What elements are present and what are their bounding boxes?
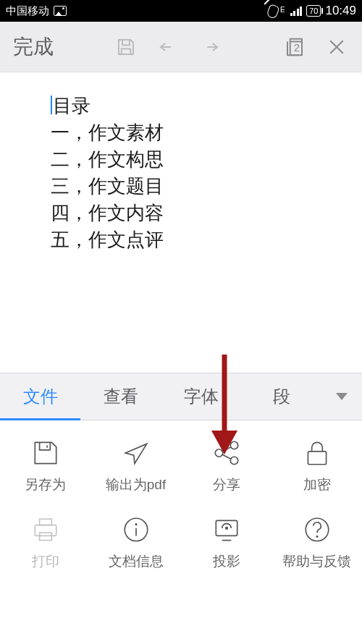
doc-line: 四，作文内容 <box>51 200 348 226</box>
svg-point-19 <box>316 535 318 538</box>
svg-point-18 <box>306 518 329 541</box>
project-label: 投影 <box>213 552 240 571</box>
carrier-label: 中国移动 <box>6 4 49 18</box>
clock: 10:49 <box>325 4 356 18</box>
redo-icon[interactable] <box>189 26 231 68</box>
doc-line: 三，作文题目 <box>51 173 348 200</box>
gallery-icon <box>54 6 67 16</box>
action-panel: 另存为 输出为pdf 分享 加密 打印 文档信息 投影 帮助与反馈 <box>0 420 362 644</box>
text-cursor <box>51 96 52 114</box>
tab-file[interactable]: 文件 <box>0 373 80 420</box>
svg-text:2: 2 <box>294 41 300 54</box>
signal-icon <box>290 7 303 16</box>
share-label: 分享 <box>213 475 240 494</box>
print-button[interactable]: 打印 <box>0 514 90 571</box>
tab-paragraph[interactable]: 段 <box>241 373 321 420</box>
svg-marker-4 <box>336 393 348 400</box>
svg-rect-11 <box>39 533 51 541</box>
app-toolbar: 完成 2 <box>0 22 362 72</box>
svg-point-16 <box>224 527 227 530</box>
status-bar: 中国移动 E 70 10:49 <box>0 0 362 22</box>
export-pdf-label: 输出为pdf <box>106 475 166 494</box>
undo-icon[interactable] <box>147 26 189 68</box>
svg-point-6 <box>215 449 223 457</box>
svg-rect-8 <box>308 452 326 465</box>
doc-info-button[interactable]: 文档信息 <box>90 514 181 571</box>
save-as-button[interactable]: 另存为 <box>0 438 90 494</box>
close-icon[interactable] <box>316 26 358 68</box>
save-icon[interactable] <box>105 26 147 68</box>
pages-icon[interactable]: 2 <box>274 26 316 68</box>
done-button[interactable]: 完成 <box>4 33 62 61</box>
doc-line: 一，作文素材 <box>51 119 348 146</box>
project-button[interactable]: 投影 <box>181 514 272 571</box>
doc-title: 目录 <box>51 93 348 119</box>
vibrate-off-icon <box>265 6 276 17</box>
help-button[interactable]: 帮助与反馈 <box>272 514 362 571</box>
svg-rect-10 <box>39 519 51 525</box>
save-as-label: 另存为 <box>25 475 66 494</box>
export-pdf-button[interactable]: 输出为pdf <box>90 438 181 494</box>
doc-line: 二，作文构思 <box>51 146 348 173</box>
tab-view[interactable]: 查看 <box>80 373 161 420</box>
svg-rect-9 <box>35 525 56 536</box>
battery-icon: 70 <box>306 5 321 17</box>
tab-font[interactable]: 字体 <box>161 373 241 420</box>
network-type: E <box>280 6 285 14</box>
svg-point-7 <box>230 457 238 465</box>
help-label: 帮助与反馈 <box>282 552 351 571</box>
doc-info-label: 文档信息 <box>109 552 164 571</box>
svg-point-5 <box>230 441 238 449</box>
doc-line: 五，作文点评 <box>51 226 348 253</box>
share-button[interactable]: 分享 <box>181 438 272 494</box>
svg-point-14 <box>135 523 137 525</box>
encrypt-button[interactable]: 加密 <box>272 438 362 494</box>
print-label: 打印 <box>32 552 59 571</box>
tab-bar: 文件 查看 字体 段 <box>0 373 362 420</box>
document-area[interactable]: 目录 一，作文素材 二，作文构思 三，作文题目 四，作文内容 五，作文点评 <box>0 72 362 373</box>
encrypt-label: 加密 <box>303 475 331 494</box>
tab-more-icon[interactable] <box>321 389 362 404</box>
